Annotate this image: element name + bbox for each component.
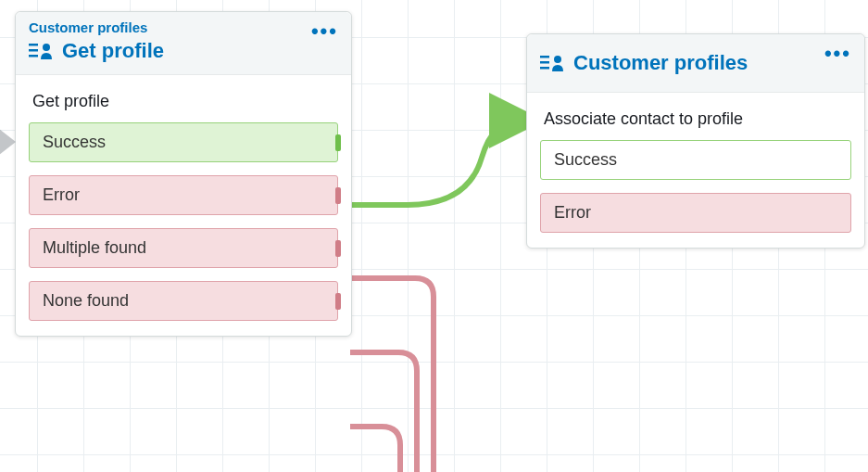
svg-rect-1 (29, 49, 38, 52)
block-customer-profiles[interactable]: Customer profiles ••• Associate contact … (526, 33, 865, 249)
outcome-label: Error (43, 185, 80, 204)
block-title: Get profile (62, 39, 164, 63)
block-category: Customer profiles (29, 19, 338, 35)
outcome-label: Error (554, 203, 591, 222)
output-port-icon[interactable] (335, 293, 341, 310)
outcome-success[interactable]: Success (540, 140, 851, 180)
block-menu-button[interactable]: ••• (311, 21, 338, 42)
outcome-error[interactable]: Error (540, 193, 851, 233)
svg-rect-4 (540, 56, 549, 58)
outcome-error[interactable]: Error (29, 175, 338, 215)
output-port-icon[interactable] (335, 134, 341, 151)
customer-profiles-icon (540, 54, 564, 72)
svg-point-3 (43, 44, 50, 51)
svg-rect-6 (540, 67, 549, 70)
block-title: Customer profiles (573, 51, 748, 75)
outcome-list: Success Error Multiple found None found (16, 117, 351, 336)
output-port-icon[interactable] (335, 187, 341, 204)
outcome-success[interactable]: Success (29, 122, 338, 162)
block-menu-button[interactable]: ••• (824, 44, 851, 64)
outcome-none-found[interactable]: None found (29, 281, 338, 321)
customer-profiles-icon (29, 42, 53, 60)
outcome-label: Success (554, 150, 617, 169)
output-port-icon[interactable] (335, 240, 341, 257)
block-header: Customer profiles Get profile ••• (16, 12, 351, 75)
outcome-label: Success (43, 133, 106, 151)
svg-rect-0 (29, 44, 38, 46)
svg-rect-5 (540, 61, 549, 64)
block-get-profile[interactable]: Customer profiles Get profile ••• Get pr… (15, 11, 352, 337)
outcome-multiple-found[interactable]: Multiple found (29, 228, 338, 268)
outcome-list: Success Error (527, 134, 864, 248)
svg-point-7 (554, 56, 561, 63)
block-subtitle: Get profile (16, 75, 351, 117)
svg-rect-2 (29, 55, 38, 57)
block-subtitle: Associate contact to profile (527, 93, 864, 134)
outcome-label: None found (43, 291, 129, 310)
outcome-label: Multiple found (43, 238, 146, 257)
input-port-icon (0, 129, 16, 155)
block-header: Customer profiles ••• (527, 34, 864, 93)
